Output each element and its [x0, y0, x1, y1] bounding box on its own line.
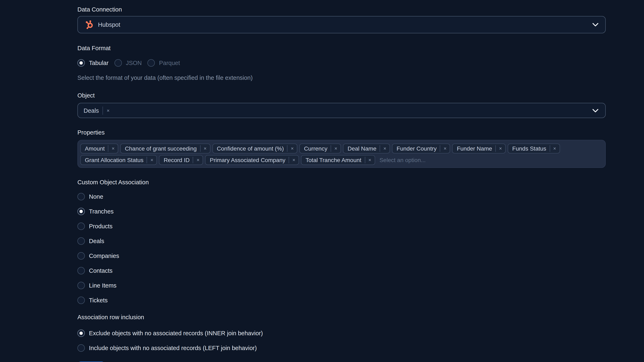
- property-chip: Chance of grant succeeding ×: [120, 144, 210, 153]
- chevron-down-icon: [592, 23, 598, 26]
- object-selected-chip: Deals ×: [84, 106, 110, 115]
- remove-chip-button[interactable]: ×: [383, 146, 386, 151]
- remove-object-chip-button[interactable]: ×: [107, 108, 110, 113]
- remove-chip-button[interactable]: ×: [150, 158, 154, 162]
- property-chip-label: Chance of grant succeeding: [125, 145, 197, 152]
- property-chip-label: Currency: [304, 145, 328, 152]
- radio-unchecked-icon[interactable]: [148, 59, 155, 67]
- association-option-label: Contacts: [89, 267, 112, 275]
- association-option-label: Tranches: [89, 207, 114, 216]
- property-chip: Funds Status ×: [508, 144, 560, 153]
- association-option-line-items[interactable]: Line Items: [78, 281, 606, 290]
- data-connection-select[interactable]: Hubspot: [78, 16, 606, 33]
- association-option-tickets[interactable]: Tickets: [78, 296, 606, 304]
- inclusion-option-exclude-inner-join[interactable]: Exclude objects with no associated recor…: [78, 329, 606, 337]
- radio-checked-icon[interactable]: [78, 208, 85, 215]
- custom-object-association-label: Custom Object Association: [78, 178, 606, 187]
- radio-checked-icon[interactable]: [78, 59, 85, 67]
- data-format-radio-group: Tabular JSON Parquet: [78, 59, 606, 67]
- property-chip-label: Primary Associated Company: [210, 157, 285, 163]
- radio-unchecked-icon[interactable]: [78, 252, 85, 260]
- remove-chip-button[interactable]: ×: [368, 158, 371, 162]
- property-chip: Record ID ×: [159, 155, 203, 165]
- inclusion-option-label: Exclude objects with no associated recor…: [89, 329, 263, 337]
- property-chip-label: Total Tranche Amount: [306, 157, 361, 163]
- chip-divider: [364, 157, 365, 163]
- association-option-tranches[interactable]: Tranches: [78, 207, 606, 216]
- property-chip-label: Funder Name: [457, 145, 492, 152]
- remove-chip-button[interactable]: ×: [334, 146, 337, 151]
- format-option-parquet[interactable]: Parquet: [148, 59, 180, 67]
- property-chip: Funder Name ×: [452, 144, 506, 153]
- association-option-label: Products: [89, 222, 112, 230]
- properties-label: Properties: [78, 128, 606, 137]
- format-option-tabular[interactable]: Tabular: [78, 59, 108, 67]
- object-label: Object: [78, 91, 606, 100]
- data-format-label: Data Format: [78, 44, 606, 53]
- format-option-json[interactable]: JSON: [114, 59, 142, 67]
- connector-config-page: Data Connection Hubspot Data Format: [0, 0, 644, 362]
- radio-unchecked-icon[interactable]: [114, 59, 122, 67]
- hubspot-logo-icon: [84, 19, 94, 30]
- association-option-label: Companies: [89, 252, 119, 260]
- chip-divider: [193, 157, 193, 163]
- association-option-label: Deals: [89, 237, 104, 245]
- format-option-label: Tabular: [89, 59, 108, 67]
- association-row-inclusion-radio-group: Exclude objects with no associated recor…: [78, 329, 606, 352]
- property-chip-label: Funder Country: [396, 145, 437, 152]
- property-chip-label: Funds Status: [512, 145, 546, 152]
- radio-unchecked-icon[interactable]: [78, 267, 85, 274]
- property-chip: Confidence of amount (%) ×: [212, 144, 297, 153]
- property-chip-label: Deal Name: [348, 145, 376, 152]
- data-format-helper-text: Select the format of your data (often sp…: [78, 74, 606, 82]
- radio-unchecked-icon[interactable]: [78, 193, 85, 200]
- property-chip-label: Grant Allocation Status: [85, 157, 144, 163]
- property-chip: Currency ×: [300, 144, 341, 153]
- format-option-label: Parquet: [159, 59, 180, 67]
- radio-unchecked-icon[interactable]: [78, 223, 85, 230]
- chip-divider: [147, 157, 147, 163]
- custom-object-association-radio-group: None Tranches Products Deals Companies C…: [78, 193, 606, 304]
- association-option-contacts[interactable]: Contacts: [78, 267, 606, 275]
- property-chip: Amount ×: [80, 144, 118, 153]
- radio-unchecked-icon[interactable]: [78, 344, 85, 352]
- object-chip-label: Deals: [84, 107, 99, 114]
- remove-chip-button[interactable]: ×: [112, 146, 115, 151]
- remove-chip-button[interactable]: ×: [444, 146, 446, 151]
- inclusion-option-include-left-join[interactable]: Include objects with no associated recor…: [78, 344, 606, 352]
- association-option-label: Line Items: [89, 281, 116, 290]
- chip-divider: [495, 145, 496, 152]
- association-option-deals[interactable]: Deals: [78, 237, 606, 245]
- radio-unchecked-icon[interactable]: [78, 282, 85, 289]
- association-option-none[interactable]: None: [78, 193, 606, 201]
- association-option-products[interactable]: Products: [78, 222, 606, 230]
- property-chip-label: Confidence of amount (%): [217, 145, 284, 152]
- property-chip-label: Amount: [85, 145, 105, 152]
- remove-chip-button[interactable]: ×: [292, 158, 295, 162]
- remove-chip-button[interactable]: ×: [499, 146, 502, 151]
- chip-divider: [200, 145, 200, 152]
- chip-divider: [108, 145, 108, 152]
- remove-chip-button[interactable]: ×: [553, 146, 556, 151]
- radio-unchecked-icon[interactable]: [78, 237, 85, 245]
- chevron-down-icon: [592, 109, 598, 112]
- chip-divider: [331, 145, 331, 152]
- remove-chip-button[interactable]: ×: [291, 146, 294, 151]
- association-option-companies[interactable]: Companies: [78, 252, 606, 260]
- format-option-label: JSON: [126, 59, 142, 67]
- remove-chip-button[interactable]: ×: [204, 146, 206, 151]
- radio-checked-icon[interactable]: [78, 330, 85, 337]
- properties-placeholder: Select an option...: [380, 157, 426, 163]
- remove-chip-button[interactable]: ×: [196, 158, 200, 162]
- radio-unchecked-icon[interactable]: [78, 297, 85, 304]
- chip-divider: [550, 145, 550, 152]
- chip-divider: [102, 106, 103, 115]
- chip-divider: [289, 157, 289, 163]
- property-chip: Funder Country ×: [392, 144, 450, 153]
- inclusion-option-label: Include objects with no associated recor…: [89, 344, 257, 352]
- property-chip-label: Record ID: [164, 157, 190, 163]
- object-select[interactable]: Deals ×: [78, 103, 606, 118]
- chip-divider: [440, 145, 440, 152]
- association-option-label: Tickets: [89, 296, 108, 304]
- properties-multiselect[interactable]: Amount × Chance of grant succeeding × Co…: [78, 140, 606, 168]
